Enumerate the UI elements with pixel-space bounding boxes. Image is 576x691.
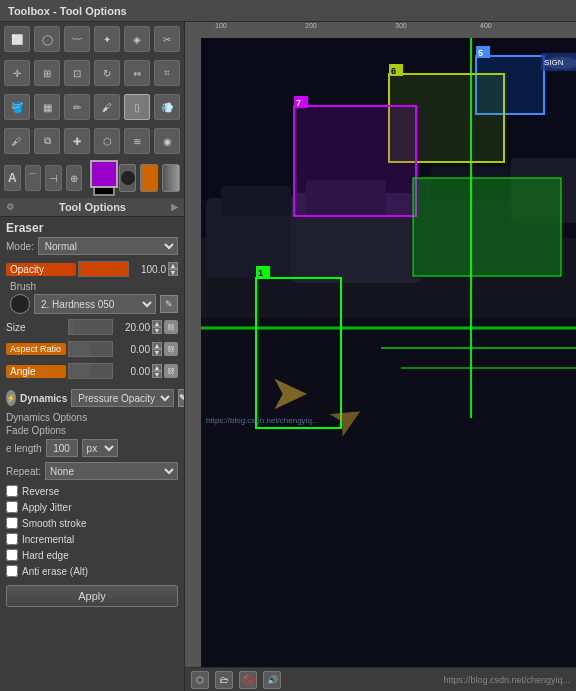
tool-eraser[interactable]: ▯ [124,94,150,120]
anti-erase-checkbox[interactable] [6,565,18,577]
ruler-mark-100: 100 [215,22,227,29]
brush-name-select[interactable]: 2. Hardness 050 [34,294,156,314]
svg-rect-4 [221,186,291,216]
brush-preview-1[interactable] [119,164,137,192]
tool-select-fuzzy[interactable]: ✦ [94,26,120,52]
tool-cage[interactable]: ⌗ [154,60,180,86]
tool-crop[interactable]: ⊡ [64,60,90,86]
tool-move[interactable]: ✛ [4,60,30,86]
canvas-view[interactable]: 1 1 5 6 7 [201,38,576,667]
aspect-ratio-spinner[interactable]: ▲ ▼ [152,342,162,356]
size-chain-icon[interactable]: ⛓ [164,320,178,334]
toolbox-panel: ⬜ ◯ 〰 ✦ ◈ ✂ ✛ ⊞ ⊡ ↻ ⇔ ⌗ 🪣 ▦ ✏ 🖌 ▯ 💨 🖋 [0,22,185,691]
svg-text:6: 6 [391,66,396,76]
tool-transform[interactable]: ↻ [94,60,120,86]
ruler-vertical [185,38,201,667]
tool-select-color[interactable]: ◈ [124,26,150,52]
bottom-icon-3[interactable]: 🚫 [239,671,257,689]
opacity-row: Opacity 100.0 ▲ ▼ [6,259,178,279]
canvas-wrapper: 1 1 5 6 7 [185,38,576,667]
mode-select[interactable]: Normal Behind Color Erase [38,237,178,255]
size-spinner[interactable]: ▲ ▼ [152,320,162,334]
aspect-up[interactable]: ▲ [152,342,162,349]
brush-edit-icon[interactable]: ✎ [160,295,178,313]
size-down[interactable]: ▼ [152,327,162,334]
tool-text[interactable]: A [4,165,21,191]
opacity-spinner[interactable]: ▲ ▼ [168,262,178,276]
tool-scissors[interactable]: ✂ [154,26,180,52]
bottom-icon-4[interactable]: 🔊 [263,671,281,689]
tool-gradient[interactable]: ▦ [34,94,60,120]
angle-up[interactable]: ▲ [152,364,162,371]
bottom-icon-1[interactable]: ⬡ [191,671,209,689]
tool-grid-1: ⬜ ◯ 〰 ✦ ◈ ✂ [0,22,184,56]
tool-paintbrush[interactable]: 🖌 [94,94,120,120]
svg-text:SIGN: SIGN [544,58,564,67]
aspect-chain-icon[interactable]: ⛓ [164,342,178,356]
mode-row: Mode: Normal Behind Color Erase [6,237,178,255]
repeat-select[interactable]: None [45,462,178,480]
size-up[interactable]: ▲ [152,320,162,327]
tool-heal[interactable]: ✚ [64,128,90,154]
repeat-row: Repeat: None [6,462,178,480]
angle-down[interactable]: ▼ [152,371,162,378]
fade-row: e length 100 px [6,439,178,457]
angle-chain-icon[interactable]: ⛓ [164,364,178,378]
fade-length-input[interactable]: 100 [46,439,78,457]
tool-blur[interactable]: ≋ [124,128,150,154]
opacity-track[interactable] [78,261,129,277]
tool-clone[interactable]: ⧉ [34,128,60,154]
aspect-ratio-track[interactable] [68,341,113,357]
incremental-checkbox[interactable] [6,533,18,545]
reverse-checkbox[interactable] [6,485,18,497]
tool-perspective[interactable]: ⬡ [94,128,120,154]
angle-track[interactable] [68,363,113,379]
tool-align[interactable]: ⊞ [34,60,60,86]
foreground-color[interactable] [90,160,118,188]
apply-button[interactable]: Apply [6,585,178,607]
tool-dodge[interactable]: ◉ [154,128,180,154]
color-swatches[interactable] [90,160,114,196]
tool-select-free[interactable]: 〰 [64,26,90,52]
tool-zoom[interactable]: ⊕ [66,165,83,191]
tool-bucket[interactable]: 🪣 [4,94,30,120]
apply-jitter-checkbox[interactable] [6,501,18,513]
tool-pencil[interactable]: ✏ [64,94,90,120]
brush-preview-3[interactable] [162,164,180,192]
smooth-stroke-checkbox[interactable] [6,517,18,529]
svg-text:7: 7 [296,98,301,108]
brush-preview-2[interactable] [140,164,158,192]
bottom-icon-2[interactable]: 🗁 [215,671,233,689]
dynamics-header: ⚡ Dynamics Pressure Opacity ✎ [6,389,178,407]
tool-select-rect[interactable]: ⬜ [4,26,30,52]
aspect-down[interactable]: ▼ [152,349,162,356]
angle-spinner[interactable]: ▲ ▼ [152,364,162,378]
opacity-label: Opacity [6,263,76,276]
titlebar: Toolbox - Tool Options [0,0,576,22]
hard-edge-label: Hard edge [22,550,69,561]
svg-text:➤: ➤ [271,370,308,417]
tool-options-collapse[interactable]: ▶ [171,202,178,212]
brush-mini-preview[interactable] [10,294,30,314]
tool-select-ellipse[interactable]: ◯ [34,26,60,52]
opacity-down[interactable]: ▼ [168,269,178,276]
tool-airbrush[interactable]: 💨 [154,94,180,120]
dynamics-edit-icon[interactable]: ✎ [178,389,185,407]
svg-text:1: 1 [258,268,263,278]
eraser-label: Eraser [6,221,178,235]
tool-flip[interactable]: ⇔ [124,60,150,86]
fade-prefix: e length [6,443,42,454]
tool-measure[interactable]: ⊣ [45,165,62,191]
canvas-area: 100 200 300 400 [185,22,576,691]
opacity-up[interactable]: ▲ [168,262,178,269]
hard-edge-row: Hard edge [0,547,184,563]
svg-text:https://blog.csdn.net/chengyiq: https://blog.csdn.net/chengyiq... [206,416,319,425]
fade-unit-select[interactable]: px [82,439,118,457]
size-track[interactable] [68,319,113,335]
dynamics-select[interactable]: Pressure Opacity [71,389,174,407]
bottom-toolbar: ⬡ 🗁 🚫 🔊 https://blog.csdn.net/chengyiq..… [185,667,576,691]
tool-path[interactable]: ⌒ [25,165,42,191]
size-row: Size 20.00 ▲ ▼ ⛓ [6,317,178,337]
tool-ink[interactable]: 🖋 [4,128,30,154]
hard-edge-checkbox[interactable] [6,549,18,561]
